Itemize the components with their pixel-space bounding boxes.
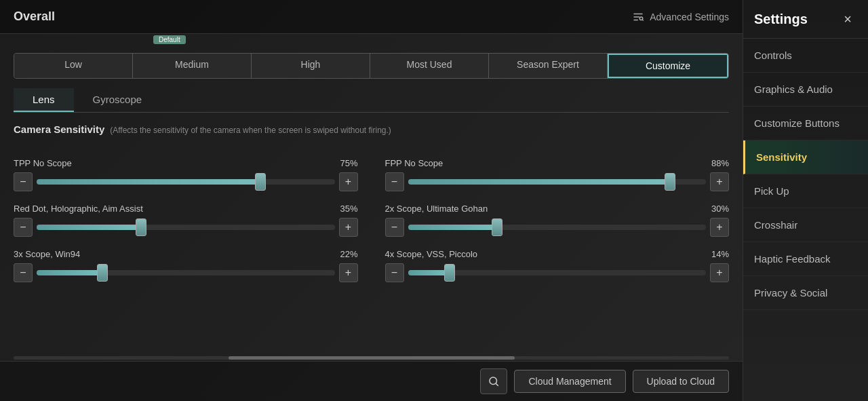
sidebar-item-label: Crosshair [754,219,797,231]
scroll-thumb[interactable] [229,356,515,360]
slider-decrease-btn[interactable]: − [385,263,404,282]
slider-4x-scope: 4x Scope, VSS, Piccolo 14% − + [385,249,730,282]
preset-tabs: Low Medium High Most Used Season Expert … [14,53,729,79]
sidebar-item-haptic-feedback[interactable]: Haptic Feedback [743,242,868,276]
default-badge: Default [153,35,186,44]
search-icon [488,375,500,387]
slider-control: − + [385,218,730,237]
slider-control: − + [14,218,358,237]
advanced-settings-icon [632,11,644,23]
slider-control: − + [385,172,730,191]
sidebar-item-controls[interactable]: Controls [743,39,868,73]
slider-decrease-btn[interactable]: − [14,218,33,237]
slider-decrease-btn[interactable]: − [14,172,33,191]
slider-increase-btn[interactable]: + [710,218,729,237]
search-button[interactable] [480,368,507,394]
slider-2x-scope: 2x Scope, Ultimate Gohan 30% − + [385,204,730,237]
sidebar-item-customize-buttons[interactable]: Customize Buttons [743,107,868,140]
top-bar: Overall Advanced Settings [0,0,743,34]
slider-track[interactable] [408,225,707,230]
slider-percent: 35% [340,204,357,214]
slider-track[interactable] [37,270,335,275]
slider-track[interactable] [37,179,335,185]
advanced-settings-btn[interactable]: Advanced Settings [632,11,729,23]
preset-tab-low[interactable]: Low [14,54,133,78]
svg-point-2 [490,377,497,385]
page-title: Overall [14,9,55,24]
slider-track[interactable] [37,225,335,230]
preset-area: Default Low Medium High Most Used Season… [0,34,743,79]
sidebar-item-sensitivity[interactable]: Sensitivity [743,140,868,174]
slider-increase-btn[interactable]: + [339,218,358,237]
cloud-management-button[interactable]: Cloud Management [514,370,625,393]
slider-tpp-no-scope: TPP No Scope 75% − + [14,158,358,191]
svg-line-1 [643,20,644,20]
tab-gyroscope[interactable]: Gyroscope [74,88,161,112]
main-area: Overall Advanced Settings Default Low Me… [0,0,743,401]
slider-percent: 30% [711,204,729,214]
sidebar-item-graphics-audio[interactable]: Graphics & Audio [743,73,868,107]
slider-control: − + [14,263,358,282]
sidebar-item-privacy-social[interactable]: Privacy & Social [743,276,868,310]
slider-increase-btn[interactable]: + [339,172,358,191]
sidebar-item-label: Sensitivity [756,151,807,163]
slider-decrease-btn[interactable]: − [385,172,404,191]
sliders-grid: TPP No Scope 75% − + FPP No Scope 88% [14,158,729,282]
slider-track[interactable] [408,179,707,185]
sidebar-item-label: Privacy & Social [754,287,827,299]
sidebar-item-label: Haptic Feedback [754,253,831,265]
slider-3x-scope: 3x Scope, Win94 22% − + [14,249,358,282]
preset-tab-customize[interactable]: Customize [608,54,728,78]
slider-red-dot: Red Dot, Holographic, Aim Assist 35% − + [14,204,358,237]
sidebar-item-label: Graphics & Audio [754,83,833,95]
advanced-settings-label: Advanced Settings [650,12,729,22]
slider-control: − + [14,172,358,191]
content-area: Camera Sensitivity (Affects the sensitiv… [0,113,743,355]
sidebar-item-label: Pick Up [754,185,789,197]
close-button[interactable]: × [838,9,857,28]
slider-label: FPP No Scope [385,158,443,168]
sidebar-title: Settings [754,12,808,27]
slider-label: 2x Scope, Ultimate Gohan [385,204,488,214]
slider-label: Red Dot, Holographic, Aim Assist [14,204,143,214]
camera-sensitivity-subtitle: (Affects the sensitivity of the camera w… [110,126,391,135]
slider-percent: 14% [711,249,729,259]
svg-line-3 [496,383,498,385]
sidebar-item-label: Customize Buttons [754,117,840,129]
sidebar-item-label: Controls [754,50,792,61]
slider-track[interactable] [408,270,707,275]
slider-increase-btn[interactable]: + [710,172,729,191]
slider-fpp-no-scope: FPP No Scope 88% − + [385,158,730,191]
sidebar-item-crosshair[interactable]: Crosshair [743,208,868,242]
preset-tab-medium[interactable]: Medium [133,54,252,78]
slider-decrease-btn[interactable]: − [385,218,404,237]
upload-to-cloud-button[interactable]: Upload to Cloud [633,370,729,393]
preset-tab-most-used[interactable]: Most Used [370,54,489,78]
slider-label: 3x Scope, Win94 [14,249,80,259]
sidebar-item-pick-up[interactable]: Pick Up [743,174,868,208]
tab-lens[interactable]: Lens [14,88,74,112]
preset-tab-high[interactable]: High [252,54,370,78]
slider-decrease-btn[interactable]: − [14,263,33,282]
sidebar: Settings × Controls Graphics & Audio Cus… [743,0,868,401]
slider-label: 4x Scope, VSS, Piccolo [385,249,478,259]
slider-increase-btn[interactable]: + [710,263,729,282]
slider-percent: 22% [340,249,357,259]
slider-increase-btn[interactable]: + [339,263,358,282]
slider-control: − + [385,263,730,282]
sidebar-items: Controls Graphics & Audio Customize Butt… [743,39,868,401]
bottom-bar: Cloud Management Upload to Cloud [0,361,743,401]
scroll-bar [14,356,729,360]
sub-tabs: Lens Gyroscope [14,88,729,113]
slider-label: TPP No Scope [14,158,72,168]
camera-sensitivity-title: Camera Sensitivity [14,123,104,135]
slider-percent: 88% [711,158,729,168]
slider-percent: 75% [340,158,357,168]
sidebar-header: Settings × [743,0,868,39]
preset-tab-season-expert[interactable]: Season Expert [489,54,608,78]
